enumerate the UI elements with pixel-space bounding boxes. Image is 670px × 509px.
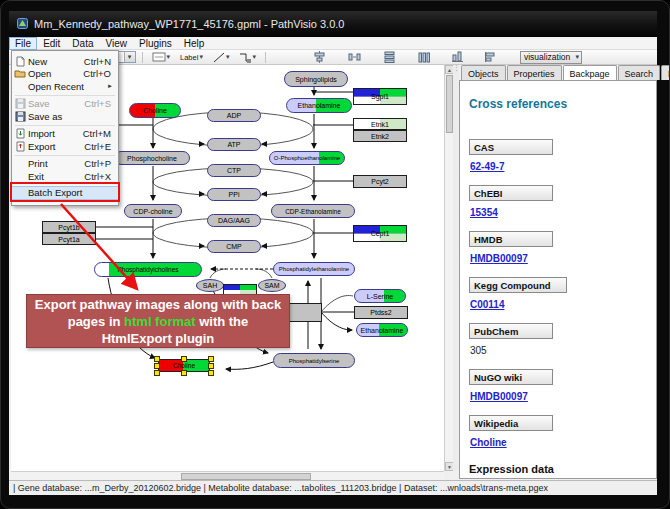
menu-item-open-recent[interactable]: Open Recent ► bbox=[12, 80, 118, 93]
distribute-horizontal-button[interactable] bbox=[345, 51, 364, 64]
callout-line2: pages in html format with the bbox=[68, 313, 249, 330]
node-ppi[interactable]: PPi bbox=[207, 188, 261, 201]
section-title-nugo: NuGO wiki bbox=[469, 369, 553, 385]
node-phosphatidylcholines[interactable]: Phosphatidylcholines bbox=[94, 262, 202, 277]
connector-tool-button[interactable]: ▾ bbox=[236, 51, 259, 64]
submenu-arrow-icon: ► bbox=[107, 83, 118, 89]
menu-view[interactable]: View bbox=[99, 37, 133, 50]
wikipedia-link[interactable]: Choline bbox=[470, 437, 507, 448]
menu-item-save[interactable]: Save Ctrl+S bbox=[12, 98, 118, 111]
node-ethanolamine[interactable]: Ethanolamine bbox=[286, 98, 352, 113]
align-bottom-button[interactable] bbox=[448, 51, 467, 64]
cross-references-heading: Cross references bbox=[469, 97, 656, 111]
node-sam[interactable]: SAM bbox=[258, 279, 286, 292]
node-l-serine[interactable]: L-Serine bbox=[354, 289, 406, 303]
menu-item-open[interactable]: Open Ctrl+O bbox=[12, 68, 118, 81]
menu-bar: File Edit Data View Plugins Help bbox=[9, 37, 657, 50]
title-bar: Mm_Kennedy_pathway_WP1771_45176.gpml - P… bbox=[9, 11, 657, 37]
node-phosphatidylserine[interactable]: Phosphatidylserine bbox=[273, 353, 355, 368]
node-cdp-choline[interactable]: CDP-choline bbox=[124, 204, 182, 218]
menu-plugins[interactable]: Plugins bbox=[133, 37, 178, 50]
canvas-vertical-scrollbar[interactable]: ▲ ▼ bbox=[444, 65, 453, 471]
node-atp[interactable]: ATP bbox=[207, 138, 261, 151]
selection-handle[interactable] bbox=[208, 356, 214, 362]
export-annotation-callout: Export pathway images along with back pa… bbox=[26, 294, 290, 348]
genebox-pcyt1a[interactable]: Pcyt1a bbox=[42, 233, 96, 245]
selection-handle[interactable] bbox=[208, 370, 214, 376]
tab-properties[interactable]: Properties bbox=[507, 65, 562, 80]
selection-handle[interactable] bbox=[154, 370, 160, 376]
genebox-pcyt1b[interactable]: Pcyt1b bbox=[42, 221, 96, 233]
hmdb-link[interactable]: HMDB00097 bbox=[470, 253, 528, 264]
horizontal-scroll-thumb[interactable] bbox=[181, 473, 311, 480]
tab-legend[interactable]: Legend bbox=[661, 65, 670, 80]
chebi-link[interactable]: 15354 bbox=[470, 207, 498, 218]
node-phosphocholine[interactable]: Phosphocholine bbox=[114, 151, 190, 165]
node-sah[interactable]: SAH bbox=[196, 279, 224, 292]
selection-handle[interactable] bbox=[208, 363, 214, 369]
menu-file[interactable]: File bbox=[9, 37, 37, 50]
menu-item-exit[interactable]: Exit Ctrl+X bbox=[12, 170, 118, 183]
node-o-phosphoethanolamine[interactable]: O-Phosphoethanolamine bbox=[269, 151, 345, 165]
menu-item-new[interactable]: New Ctrl+N bbox=[12, 55, 118, 68]
gene-datanode-tool-button[interactable]: ▾ bbox=[149, 51, 174, 64]
save-as-icon bbox=[12, 111, 28, 122]
node-cdp-ethanolamine[interactable]: CDP-Ethanolamine bbox=[271, 204, 355, 218]
align-left-button[interactable] bbox=[481, 51, 500, 64]
menu-data[interactable]: Data bbox=[66, 37, 99, 50]
nugo-link[interactable]: HMDB00097 bbox=[470, 391, 528, 402]
menu-item-export[interactable]: Export Ctrl+E bbox=[12, 140, 118, 153]
stack-horizontal-button[interactable] bbox=[415, 51, 434, 64]
canvas-horizontal-scrollbar[interactable] bbox=[11, 471, 444, 480]
pathvisio-window: Mm_Kennedy_pathway_WP1771_45176.gpml - P… bbox=[0, 0, 670, 509]
node-choline-selected[interactable]: Choline bbox=[154, 356, 214, 375]
visualization-combobox[interactable]: visualization ▾ bbox=[520, 51, 582, 64]
node-dag-aag[interactable]: DAG/AAG bbox=[207, 214, 261, 227]
kegg-link[interactable]: C00114 bbox=[470, 299, 504, 310]
node-ctp[interactable]: CTP bbox=[207, 164, 261, 177]
node-sphingolipids[interactable]: Sphingolipids bbox=[284, 71, 348, 87]
callout-line3: HtmlExport plugin bbox=[102, 330, 215, 347]
section-title-cas: CAS bbox=[469, 139, 553, 155]
menu-item-import[interactable]: Import Ctrl+M bbox=[12, 128, 118, 141]
genebox-etnk1[interactable]: Etnk1 bbox=[353, 118, 407, 130]
line-tool-icon bbox=[213, 52, 225, 63]
menu-item-print[interactable]: Print Ctrl+P bbox=[12, 158, 118, 171]
backpage-section-cas: CAS 62-49-7 bbox=[469, 139, 656, 185]
genebox-cept1[interactable]: Cept1 bbox=[353, 225, 407, 242]
menu-separator bbox=[15, 155, 115, 156]
genebox-unlabeled[interactable] bbox=[288, 303, 322, 322]
section-title-kegg: Kegg Compound bbox=[469, 277, 567, 293]
backpage-section-nugo: NuGO wiki HMDB00097 bbox=[469, 369, 656, 415]
stack-vertical-button[interactable] bbox=[380, 51, 399, 64]
selection-handle[interactable] bbox=[154, 356, 160, 362]
line-tool-button[interactable]: ▾ bbox=[210, 51, 233, 64]
node-cmp[interactable]: CMP bbox=[207, 240, 261, 253]
node-choline[interactable]: Choline bbox=[129, 103, 181, 118]
genebox-sgpl1[interactable]: Sgpl1 bbox=[353, 88, 407, 105]
menu-help[interactable]: Help bbox=[178, 37, 211, 50]
menu-edit[interactable]: Edit bbox=[37, 37, 66, 50]
menu-item-save-as[interactable]: Save as bbox=[12, 110, 118, 123]
cas-link[interactable]: 62-49-7 bbox=[470, 161, 504, 172]
tab-objects[interactable]: Objects bbox=[461, 65, 506, 80]
expression-data-heading: Expression data bbox=[469, 463, 656, 475]
app-icon bbox=[17, 18, 28, 29]
visualization-value: visualization bbox=[524, 52, 570, 62]
tab-backpage[interactable]: Backpage bbox=[563, 65, 617, 80]
align-center-button[interactable] bbox=[310, 51, 329, 64]
label-tool-button[interactable]: Label ▾ bbox=[177, 51, 206, 64]
genebox-etnk2[interactable]: Etnk2 bbox=[353, 130, 407, 142]
genebox-pcyt2[interactable]: Pcyt2 bbox=[353, 175, 407, 188]
vertical-scroll-thumb[interactable] bbox=[446, 75, 453, 133]
selection-handle[interactable] bbox=[154, 363, 160, 369]
node-adp[interactable]: ADP bbox=[207, 109, 261, 122]
menu-separator bbox=[15, 95, 115, 96]
genebox-ptdss2[interactable]: Ptdss2 bbox=[354, 306, 408, 319]
tab-search[interactable]: Search bbox=[618, 65, 661, 80]
selection-handle[interactable] bbox=[181, 356, 187, 362]
node-ethanolamine-2[interactable]: Ethanolamine bbox=[356, 323, 408, 337]
selection-handle[interactable] bbox=[181, 370, 187, 376]
chevron-down-icon[interactable]: ▾ bbox=[124, 52, 135, 62]
node-phosphatidylethanolamine[interactable]: Phosphatidylethanolamine bbox=[273, 262, 355, 276]
